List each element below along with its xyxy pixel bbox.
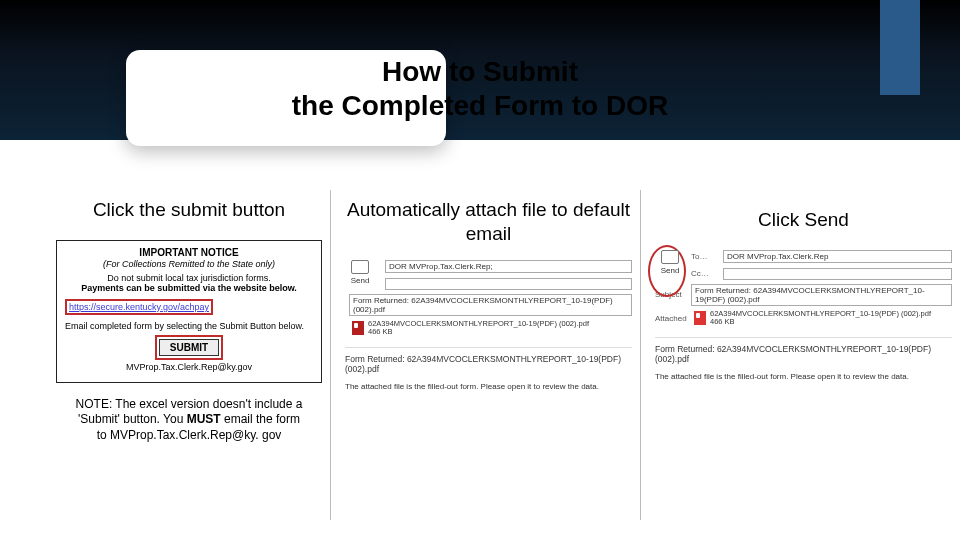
send-label: Send — [655, 266, 685, 275]
attachment-name: 62A394MVCOCLERKSMONTHLYREPORT_10-19(PDF)… — [710, 309, 931, 318]
notice-heading: IMPORTANT NOTICE — [65, 247, 313, 258]
submit-button[interactable]: SUBMIT — [159, 339, 219, 356]
column-1-header: Click the submit button — [56, 198, 322, 222]
subject-field[interactable]: Form Returned: 62A394MVCOCLERKSMONTHLYRE… — [349, 294, 632, 316]
attachment-name: 62A394MVCOCLERKSMONTHLYREPORT_10-19(PDF)… — [368, 319, 589, 328]
notice-line-1: Do not submit local tax jurisdiction for… — [65, 273, 313, 283]
email-body-note: The attached file is the filled-out form… — [345, 382, 632, 391]
to-field[interactable]: DOR MVProp.Tax.Clerk.Rep — [723, 250, 952, 263]
cc-field[interactable] — [723, 268, 952, 280]
notice-subtitle: (For Collections Remitted to the State o… — [65, 259, 313, 269]
attachment-size: 466 KB — [710, 317, 735, 326]
cc-label[interactable]: Cc… — [691, 269, 723, 278]
attachment-size: 466 KB — [368, 327, 393, 336]
send-label: Send — [345, 276, 375, 285]
slide-title: How to Submit the Completed Form to DOR — [0, 55, 960, 122]
subject-label: Subject — [311, 300, 349, 309]
to-label[interactable]: To… — [691, 252, 723, 261]
excel-note: NOTE: The excel version doesn't include … — [56, 397, 322, 444]
send-icon — [661, 250, 679, 264]
pdf-icon — [694, 311, 706, 325]
to-field[interactable]: DOR MVProp.Tax.Clerk.Rep; — [385, 260, 632, 273]
email-compose-panel: Send To… DOR MVProp.Tax.Clerk.Rep; Cc… S… — [345, 260, 632, 392]
send-button[interactable]: Send — [345, 260, 375, 300]
column-1: Click the submit button IMPORTANT NOTICE… — [0, 190, 330, 520]
email-body-line[interactable]: Form Returned: 62A394MVCOCLERKSMONTHLYRE… — [345, 347, 632, 374]
columns: Click the submit button IMPORTANT NOTICE… — [0, 190, 960, 520]
subject-label: Subject — [655, 290, 691, 299]
email-body-line[interactable]: Form Returned: 62A394MVCOCLERKSMONTHLYRE… — [655, 337, 952, 364]
ach-pay-link[interactable]: https://secure.kentucky.gov/achpay — [65, 299, 213, 315]
notice-email-instruction: Email completed form by selecting the Su… — [65, 321, 313, 331]
pdf-icon — [352, 321, 364, 335]
attached-label: Attached — [311, 323, 349, 332]
cc-field[interactable] — [385, 278, 632, 290]
email-compose-panel-2: Send To… DOR MVProp.Tax.Clerk.Rep Cc… Su… — [655, 250, 952, 382]
column-2-header: Automatically attach file to default ema… — [345, 198, 632, 246]
notice-line-2: Payments can be submitted via the websit… — [65, 283, 313, 293]
reply-email: MVProp.Tax.Clerk.Rep@ky.gov — [65, 362, 313, 372]
column-2: Automatically attach file to default ema… — [330, 190, 640, 520]
attachment-text: 62A394MVCOCLERKSMONTHLYREPORT_10-19(PDF)… — [368, 320, 589, 337]
column-3-header: Click Send — [655, 208, 952, 232]
attached-label: Attached — [655, 314, 691, 323]
send-icon — [351, 260, 369, 274]
title-line-1: How to Submit — [382, 56, 578, 87]
title-line-2: the Completed Form to DOR — [292, 90, 668, 121]
note-must: MUST — [187, 412, 221, 426]
column-3: Click Send Send To… DOR MVProp.Tax.Clerk… — [640, 190, 960, 520]
attachment-chip[interactable]: 62A394MVCOCLERKSMONTHLYREPORT_10-19(PDF)… — [691, 309, 952, 328]
important-notice-panel: IMPORTANT NOTICE (For Collections Remitt… — [56, 240, 322, 383]
email-body-note: The attached file is the filled-out form… — [655, 372, 952, 381]
send-button-highlighted[interactable]: Send — [655, 250, 685, 290]
attachment-text: 62A394MVCOCLERKSMONTHLYREPORT_10-19(PDF)… — [710, 310, 931, 327]
attachment-chip[interactable]: 62A394MVCOCLERKSMONTHLYREPORT_10-19(PDF)… — [349, 319, 632, 338]
subject-field[interactable]: Form Returned: 62A394MVCOCLERKSMONTHLYRE… — [691, 284, 952, 306]
